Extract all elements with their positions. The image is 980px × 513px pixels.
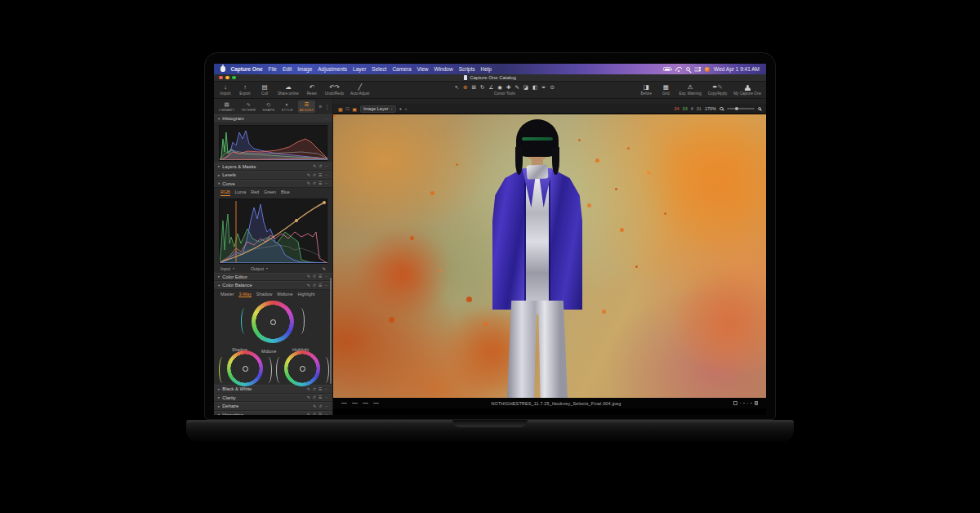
- auto-adjust-button[interactable]: ╱Auto Adjust: [350, 82, 369, 98]
- reset-panel-icon[interactable]: ↺: [313, 274, 316, 279]
- my-capture-one-button[interactable]: My Capture One: [733, 82, 761, 98]
- tab-library[interactable]: ▤LIBRARY: [217, 100, 236, 113]
- panel-header-dehaze[interactable]: ▸ Dehaze ✎↺⋯: [214, 402, 332, 411]
- shadow-color-wheel[interactable]: [227, 350, 263, 386]
- expand-tabs-icon[interactable]: »: [318, 104, 322, 109]
- reset-button[interactable]: ↶Reset: [305, 82, 318, 98]
- menu-scripts[interactable]: Scripts: [459, 66, 475, 72]
- menu-window[interactable]: Window: [434, 66, 453, 72]
- undo-redo-button[interactable]: ↶↷Undo/Redo: [325, 82, 344, 98]
- panel-header-clarity[interactable]: ▸ Clarity ✎↺☰⋯: [214, 394, 332, 403]
- more-icon[interactable]: ⋯: [324, 283, 328, 288]
- panel-header-histogram[interactable]: ▾ Histogram ⋯: [214, 114, 332, 123]
- add-layer-button[interactable]: +: [399, 106, 402, 111]
- menu-help[interactable]: Help: [481, 66, 492, 72]
- more-icon[interactable]: ⋯: [324, 164, 328, 168]
- reset-panel-icon[interactable]: ↺: [318, 164, 322, 168]
- cb-tab-highlight[interactable]: Highlight: [298, 292, 315, 298]
- curve-tab-rgb[interactable]: RGB: [220, 190, 230, 196]
- menu-adjustments[interactable]: Adjustments: [318, 66, 347, 72]
- tab-options-icon[interactable]: ⋮: [324, 104, 330, 110]
- curve-tab-luma[interactable]: Luma: [235, 190, 247, 196]
- panel-header-color-balance[interactable]: ▾ Color Balance ✎↺☰⋯: [214, 281, 332, 290]
- reset-panel-icon[interactable]: ↺: [313, 283, 316, 288]
- cb-tab-shadow[interactable]: Shadow: [256, 292, 272, 298]
- menu-select[interactable]: Select: [372, 66, 386, 72]
- presets-icon[interactable]: ☰: [318, 283, 322, 288]
- menu-bar-clock[interactable]: Wed Apr 1 9:41 AM: [714, 66, 760, 72]
- presets-icon[interactable]: ☰: [318, 173, 322, 177]
- wifi-icon[interactable]: [675, 67, 682, 72]
- cull-button[interactable]: ▤Cull: [258, 82, 271, 98]
- presets-icon[interactable]: ☰: [318, 181, 322, 185]
- highlight-saturation-slider[interactable]: [276, 357, 283, 383]
- close-window-button[interactable]: [219, 76, 223, 80]
- curve-tab-green[interactable]: Green: [264, 190, 276, 196]
- mask-grid-icon[interactable]: ▦: [338, 106, 343, 112]
- reset-panel-icon[interactable]: ↺: [313, 173, 316, 177]
- edit-mask-icon[interactable]: ✎: [307, 283, 310, 288]
- menu-view[interactable]: View: [417, 66, 429, 72]
- minimize-window-button[interactable]: [225, 76, 229, 80]
- edit-mask-icon[interactable]: ✎: [307, 173, 310, 177]
- presets-icon[interactable]: ☰: [318, 274, 322, 279]
- presets-icon[interactable]: ☰: [318, 395, 322, 399]
- edit-mask-icon[interactable]: ✎: [307, 395, 310, 399]
- more-icon[interactable]: ⋯: [324, 404, 328, 408]
- edit-mask-icon[interactable]: ✎: [307, 181, 310, 185]
- reset-panel-icon[interactable]: ↺: [313, 395, 316, 399]
- zoom-tool-icon[interactable]: ⊕: [463, 84, 467, 91]
- curve-tab-blue[interactable]: Blue: [281, 190, 290, 196]
- curve-tab-red[interactable]: Red: [251, 190, 259, 196]
- curve-graph[interactable]: [219, 199, 327, 264]
- image-viewer[interactable]: [333, 114, 766, 398]
- layer-select[interactable]: Image Layer ↕: [360, 105, 396, 113]
- midtone-lightness-slider[interactable]: [297, 308, 305, 334]
- panel-header-levels[interactable]: ▸ Levels ✎↺☰⋯: [214, 171, 332, 180]
- curve-input-label[interactable]: Input: [220, 266, 230, 271]
- background-color-icon[interactable]: [755, 401, 759, 405]
- panel-header-curve[interactable]: ▾ Curve ✎↺☰⋯: [214, 180, 332, 189]
- highlight-lightness-slider[interactable]: [322, 357, 329, 383]
- more-icon[interactable]: ⋯: [324, 387, 328, 391]
- edit-mask-icon[interactable]: ✎: [313, 404, 316, 408]
- menu-capture-one[interactable]: Capture One: [231, 66, 263, 72]
- menu-file[interactable]: File: [269, 66, 277, 72]
- presets-icon[interactable]: ☰: [318, 387, 322, 391]
- panel-header-vignetting[interactable]: ▸ Vignetting ✎↺☰⋯: [214, 411, 332, 416]
- midtone-color-wheel[interactable]: [252, 301, 294, 343]
- siri-icon[interactable]: [705, 67, 710, 72]
- apple-menu-icon[interactable]: [220, 66, 225, 72]
- spot-tool-icon[interactable]: ◉: [497, 84, 502, 91]
- presets-icon[interactable]: ☰: [318, 413, 322, 415]
- tab-shape[interactable]: ◇SHAPE: [261, 100, 276, 113]
- more-icon[interactable]: ⋯: [324, 274, 328, 279]
- edit-mask-icon[interactable]: ✎: [307, 274, 310, 279]
- menu-image[interactable]: Image: [297, 66, 312, 72]
- panel-header-color-editor[interactable]: ▸ Color Editor ✎↺☰⋯: [214, 273, 332, 282]
- zoom-window-button[interactable]: [232, 76, 236, 80]
- gradient-mask-tool-icon[interactable]: ◧: [532, 84, 537, 91]
- copy-apply-button[interactable]: ✒✎Copy/Apply: [708, 82, 728, 98]
- menu-edit[interactable]: Edit: [283, 66, 292, 72]
- midtone-saturation-slider[interactable]: [241, 308, 248, 334]
- mask-empty-icon[interactable]: □: [346, 106, 350, 111]
- more-icon[interactable]: ⋯: [324, 413, 328, 415]
- more-icon[interactable]: ⋯: [324, 117, 328, 121]
- reset-panel-icon[interactable]: ↺: [313, 387, 316, 391]
- color-pick-tool-icon[interactable]: ✒: [541, 84, 546, 91]
- zoom-in-icon[interactable]: [758, 107, 762, 111]
- spotlight-search-icon[interactable]: [686, 67, 690, 71]
- reset-panel-icon[interactable]: ↺: [313, 413, 316, 415]
- zoom-level[interactable]: 170%: [705, 106, 716, 111]
- pointer-tool-icon[interactable]: ↖: [455, 84, 459, 91]
- shadow-lightness-slider[interactable]: [265, 357, 272, 383]
- import-button[interactable]: ↓Import: [219, 82, 232, 98]
- nav-control-icon[interactable]: [363, 403, 368, 404]
- battery-icon[interactable]: [663, 67, 671, 71]
- straighten-tool-icon[interactable]: ∠: [488, 84, 493, 91]
- share-online-button[interactable]: ☁Share online: [278, 82, 299, 98]
- tab-adjust[interactable]: ☰ADJUST: [298, 100, 316, 113]
- draw-mask-tool-icon[interactable]: ✎: [514, 84, 519, 91]
- add-layer-caret-icon[interactable]: ▾: [405, 107, 407, 111]
